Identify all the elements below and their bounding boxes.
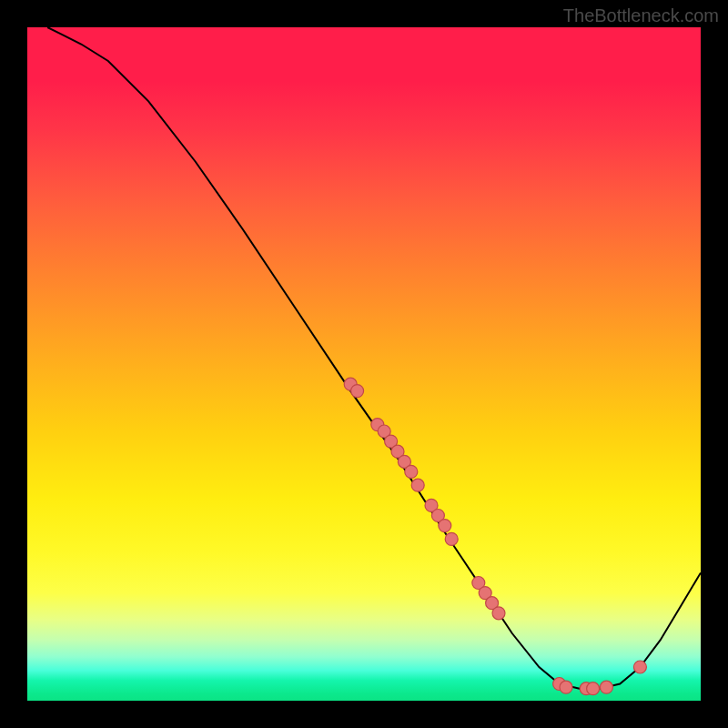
- data-marker: [411, 479, 424, 491]
- data-marker: [600, 681, 612, 693]
- data-marker: [587, 682, 600, 695]
- curve-svg: [27, 27, 701, 701]
- data-marker: [439, 520, 451, 532]
- attribution-text: TheBottleneck.com: [563, 5, 719, 26]
- data-marker: [492, 607, 505, 620]
- data-marker: [560, 681, 572, 693]
- marker-group: [344, 378, 646, 695]
- plot-area: [27, 27, 701, 701]
- data-marker: [351, 385, 364, 398]
- data-marker: [405, 465, 418, 478]
- data-marker: [633, 661, 646, 673]
- curve-line: [47, 27, 701, 689]
- chart-container: TheBottleneck.com: [0, 0, 728, 728]
- data-marker: [445, 532, 458, 545]
